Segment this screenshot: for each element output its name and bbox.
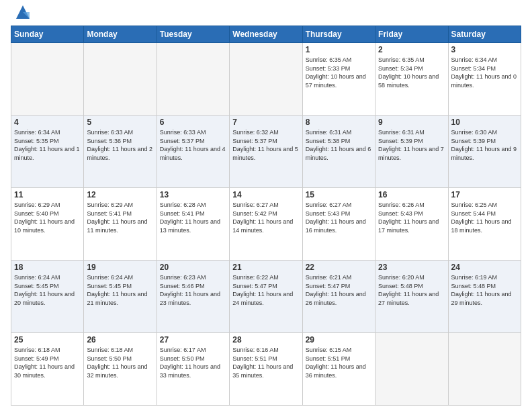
day-info: Sunrise: 6:31 AMSunset: 5:39 PMDaylight:… [378,129,444,161]
day-info: Sunrise: 6:34 AMSunset: 5:34 PMDaylight:… [451,56,517,89]
day-number: 20 [160,263,226,272]
day-number: 27 [160,335,226,345]
day-number: 19 [87,263,153,272]
calendar-day-cell [448,333,521,406]
day-info: Sunrise: 6:22 AMSunset: 5:47 PMDaylight:… [232,274,293,306]
day-number: 6 [160,118,226,127]
calendar-day-cell: 28Sunrise: 6:16 AMSunset: 5:51 PMDayligh… [230,333,302,406]
calendar-week-row: 1Sunrise: 6:35 AMSunset: 5:33 PMDaylight… [11,43,521,116]
calendar-day-cell: 5Sunrise: 6:33 AMSunset: 5:36 PMDaylight… [84,116,157,188]
day-info: Sunrise: 6:33 AMSunset: 5:36 PMDaylight:… [87,129,152,161]
calendar-day-cell: 7Sunrise: 6:32 AMSunset: 5:37 PMDaylight… [230,116,302,188]
calendar-day-cell: 11Sunrise: 6:29 AMSunset: 5:40 PMDayligh… [11,188,84,261]
calendar-day-cell: 1Sunrise: 6:35 AMSunset: 5:33 PMDaylight… [302,43,375,116]
calendar-day-cell: 18Sunrise: 6:24 AMSunset: 5:45 PMDayligh… [11,261,84,333]
calendar-day-cell: 14Sunrise: 6:27 AMSunset: 5:42 PMDayligh… [230,188,302,261]
day-info: Sunrise: 6:27 AMSunset: 5:43 PMDaylight:… [306,201,366,234]
calendar-header-row: SundayMondayTuesdayWednesdayThursdayFrid… [11,26,521,43]
calendar-day-cell: 19Sunrise: 6:24 AMSunset: 5:45 PMDayligh… [84,261,157,333]
day-info: Sunrise: 6:26 AMSunset: 5:43 PMDaylight:… [378,201,439,234]
calendar-day-cell: 10Sunrise: 6:30 AMSunset: 5:39 PMDayligh… [448,116,521,188]
calendar-day-cell [157,43,229,116]
calendar-day-cell: 4Sunrise: 6:34 AMSunset: 5:35 PMDaylight… [11,116,84,188]
day-info: Sunrise: 6:16 AMSunset: 5:51 PMDaylight:… [232,347,293,379]
calendar-day-cell: 13Sunrise: 6:28 AMSunset: 5:41 PMDayligh… [157,188,229,261]
calendar-day-cell: 6Sunrise: 6:33 AMSunset: 5:37 PMDaylight… [157,116,229,188]
calendar-day-header: Friday [375,26,448,43]
day-number: 9 [378,118,445,127]
calendar-day-cell: 9Sunrise: 6:31 AMSunset: 5:39 PMDaylight… [375,116,448,188]
day-info: Sunrise: 6:18 AMSunset: 5:49 PMDaylight:… [14,347,75,379]
day-number: 25 [14,335,81,345]
calendar-day-cell: 20Sunrise: 6:23 AMSunset: 5:46 PMDayligh… [157,261,229,333]
day-number: 3 [451,45,518,54]
day-number: 5 [87,118,153,127]
day-info: Sunrise: 6:33 AMSunset: 5:37 PMDaylight:… [160,129,226,161]
header [11,8,521,21]
day-info: Sunrise: 6:19 AMSunset: 5:48 PMDaylight:… [451,274,512,306]
calendar-day-cell: 23Sunrise: 6:20 AMSunset: 5:48 PMDayligh… [375,261,448,333]
day-number: 8 [306,118,372,127]
day-info: Sunrise: 6:25 AMSunset: 5:44 PMDaylight:… [451,201,512,234]
day-number: 15 [306,190,372,199]
day-info: Sunrise: 6:27 AMSunset: 5:42 PMDaylight:… [232,201,293,234]
calendar-week-row: 25Sunrise: 6:18 AMSunset: 5:49 PMDayligh… [11,333,521,406]
day-number: 28 [232,335,299,345]
calendar-day-cell: 21Sunrise: 6:22 AMSunset: 5:47 PMDayligh… [230,261,302,333]
day-info: Sunrise: 6:23 AMSunset: 5:46 PMDaylight:… [160,274,220,306]
calendar-day-cell: 12Sunrise: 6:29 AMSunset: 5:41 PMDayligh… [84,188,157,261]
day-number: 7 [232,118,299,127]
calendar-day-header: Saturday [448,26,521,43]
day-number: 24 [451,263,518,272]
day-number: 4 [14,118,81,127]
calendar-day-cell: 17Sunrise: 6:25 AMSunset: 5:44 PMDayligh… [448,188,521,261]
calendar-day-cell: 25Sunrise: 6:18 AMSunset: 5:49 PMDayligh… [11,333,84,406]
day-number: 21 [232,263,299,272]
day-number: 29 [306,335,372,345]
day-info: Sunrise: 6:35 AMSunset: 5:34 PMDaylight:… [378,56,439,89]
day-info: Sunrise: 6:35 AMSunset: 5:33 PMDaylight:… [306,56,366,89]
calendar-day-header: Thursday [302,26,375,43]
day-number: 14 [232,190,299,199]
calendar-day-cell [11,43,84,116]
calendar-day-cell [375,333,448,406]
day-info: Sunrise: 6:28 AMSunset: 5:41 PMDaylight:… [160,201,220,234]
day-number: 2 [378,45,445,54]
day-number: 22 [306,263,372,272]
day-number: 17 [451,190,518,199]
page: SundayMondayTuesdayWednesdayThursdayFrid… [0,0,532,411]
day-info: Sunrise: 6:24 AMSunset: 5:45 PMDaylight:… [14,274,75,306]
day-info: Sunrise: 6:17 AMSunset: 5:50 PMDaylight:… [160,347,220,379]
day-number: 11 [14,190,81,199]
day-number: 12 [87,190,153,199]
day-number: 18 [14,263,81,272]
calendar-day-cell [84,43,157,116]
day-number: 23 [378,263,445,272]
calendar-day-cell: 26Sunrise: 6:18 AMSunset: 5:50 PMDayligh… [84,333,157,406]
day-info: Sunrise: 6:20 AMSunset: 5:48 PMDaylight:… [378,274,439,306]
calendar-day-header: Tuesday [157,26,229,43]
day-info: Sunrise: 6:15 AMSunset: 5:51 PMDaylight:… [306,347,366,379]
calendar-day-header: Sunday [11,26,84,43]
calendar-day-cell: 24Sunrise: 6:19 AMSunset: 5:48 PMDayligh… [448,261,521,333]
day-info: Sunrise: 6:31 AMSunset: 5:38 PMDaylight:… [306,129,371,161]
day-info: Sunrise: 6:30 AMSunset: 5:39 PMDaylight:… [451,129,517,161]
calendar-week-row: 4Sunrise: 6:34 AMSunset: 5:35 PMDaylight… [11,116,521,188]
day-number: 26 [87,335,153,345]
day-number: 10 [451,118,518,127]
day-info: Sunrise: 6:24 AMSunset: 5:45 PMDaylight:… [87,274,147,306]
day-info: Sunrise: 6:29 AMSunset: 5:41 PMDaylight:… [87,201,147,234]
day-number: 16 [378,190,445,199]
day-info: Sunrise: 6:32 AMSunset: 5:37 PMDaylight:… [232,129,298,161]
logo [11,8,32,21]
day-info: Sunrise: 6:29 AMSunset: 5:40 PMDaylight:… [14,201,75,234]
calendar-day-cell: 2Sunrise: 6:35 AMSunset: 5:34 PMDaylight… [375,43,448,116]
calendar-day-cell: 27Sunrise: 6:17 AMSunset: 5:50 PMDayligh… [157,333,229,406]
calendar-day-cell: 22Sunrise: 6:21 AMSunset: 5:47 PMDayligh… [302,261,375,333]
calendar-day-header: Monday [84,26,157,43]
calendar-day-cell: 15Sunrise: 6:27 AMSunset: 5:43 PMDayligh… [302,188,375,261]
calendar-day-cell: 29Sunrise: 6:15 AMSunset: 5:51 PMDayligh… [302,333,375,406]
logo-icon [13,3,32,21]
day-info: Sunrise: 6:21 AMSunset: 5:47 PMDaylight:… [306,274,366,306]
calendar-day-header: Wednesday [230,26,302,43]
